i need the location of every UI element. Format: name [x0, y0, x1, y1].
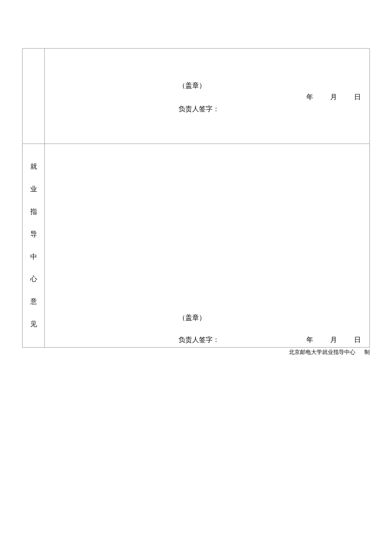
row-1-month-label: 月	[330, 93, 337, 102]
row-1-label-cell	[23, 49, 45, 144]
row-2-year-label: 年	[306, 336, 313, 345]
row-2-month-label: 月	[330, 336, 337, 345]
row-1-date-line: 年 月 日	[291, 93, 361, 102]
row-1-stamp-text: （盖章）	[179, 81, 206, 90]
row-2-signature-label: 负责人签字：	[179, 336, 219, 345]
approval-form-table: （盖章） 负责人签字： 年 月 日 就业指导中心意见 （盖章） 负责人签字： 年…	[22, 48, 370, 348]
row-2-day-label: 日	[354, 336, 361, 345]
approval-row-1: （盖章） 负责人签字： 年 月 日	[23, 49, 370, 144]
approval-row-2: 就业指导中心意见 （盖章） 负责人签字： 年 月 日	[23, 144, 370, 348]
footer-line: 北京邮电大学就业指导中心 制	[22, 348, 370, 356]
row-2-stamp-text: （盖章）	[179, 313, 206, 322]
row-2-content-cell: （盖章） 负责人签字： 年 月 日	[45, 144, 370, 348]
row-2-date-line: 年 月 日	[291, 336, 361, 345]
row-1-content-cell: （盖章） 负责人签字： 年 月 日	[45, 49, 370, 144]
row-1-year-label: 年	[306, 93, 313, 102]
row-2-label-cell: 就业指导中心意见	[23, 144, 45, 348]
row-1-signature-label: 负责人签字：	[179, 105, 219, 114]
footer-suffix: 制	[364, 349, 370, 355]
row-2-label: 就业指导中心意见	[23, 155, 44, 335]
row-1-day-label: 日	[354, 93, 361, 102]
footer-organization: 北京邮电大学就业指导中心	[289, 349, 355, 355]
